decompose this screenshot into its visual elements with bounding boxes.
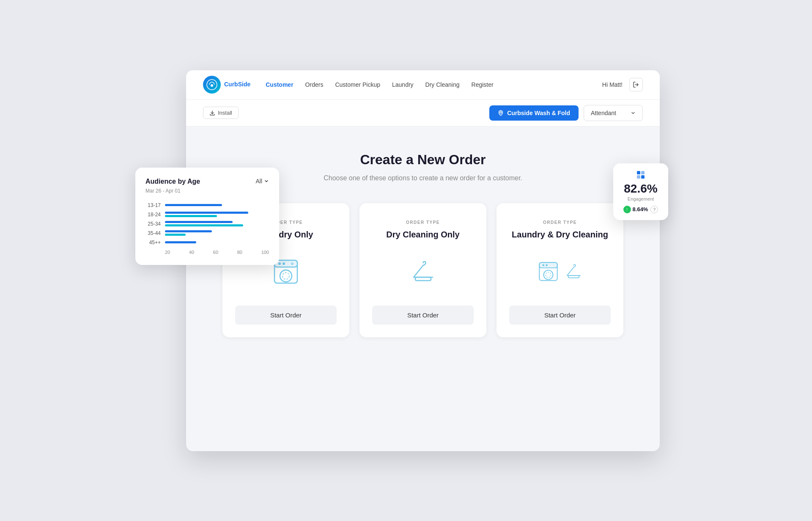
svg-rect-12 — [539, 262, 557, 268]
header-left: CurbSide Customer Orders Customer Pickup… — [203, 76, 494, 94]
main-nav: Customer Orders Customer Pickup Laundry … — [266, 81, 493, 88]
age-row-13-17: 13-17 — [145, 202, 269, 208]
start-order-button-laundry[interactable]: Start Order — [235, 306, 337, 325]
order-type-label-2: ORDER TYPE — [406, 220, 440, 225]
analytics-filter-label: All — [255, 178, 262, 185]
svg-rect-10 — [415, 277, 431, 281]
logo-text-block: CurbSide — [224, 81, 250, 88]
svg-point-8 — [283, 262, 285, 265]
svg-rect-17 — [568, 276, 579, 278]
start-order-button-dry-cleaning[interactable]: Start Order — [372, 306, 474, 325]
svg-rect-18 — [637, 171, 640, 174]
scene: CurbSide Customer Orders Customer Pickup… — [152, 70, 660, 451]
bar-blue-25-34 — [165, 221, 233, 223]
x-label-100: 100 — [261, 250, 269, 255]
age-bars: 13-17 18-24 25-34 35-44 — [145, 202, 269, 245]
nav-customer-pickup[interactable]: Customer Pickup — [335, 81, 380, 88]
logout-icon — [633, 81, 639, 88]
engagement-widget: 82.6% Engagement ↑ 8.64% ? — [613, 163, 668, 220]
bar-blue-35-44 — [165, 230, 212, 232]
age-row-18-24: 18-24 — [145, 212, 269, 218]
analytics-card: Audience by Age All Mar 26 - Apr 01 13-1… — [135, 168, 279, 265]
svg-rect-19 — [641, 171, 645, 174]
bar-cyan-18-24 — [165, 215, 217, 217]
order-type-label-3: ORDER TYPE — [543, 220, 577, 225]
dry-cleaning-icon — [409, 255, 437, 289]
svg-point-6 — [283, 273, 289, 279]
age-row-35-44: 35-44 — [145, 230, 269, 236]
order-card-title-3: Laundry & Dry Cleaning — [512, 230, 608, 240]
attendant-dropdown[interactable]: Attendant — [584, 105, 643, 121]
age-label-13-17: 13-17 — [145, 202, 161, 208]
chevron-down-icon — [631, 110, 636, 116]
location-label: Curbside Wash & Fold — [507, 110, 570, 116]
location-button[interactable]: Curbside Wash & Fold — [489, 105, 579, 121]
analytics-title: Audience by Age — [145, 178, 200, 185]
x-label-40: 40 — [189, 250, 194, 255]
svg-rect-21 — [641, 175, 645, 179]
svg-point-15 — [542, 264, 544, 266]
svg-point-5 — [280, 270, 292, 282]
analytics-filter[interactable]: All — [255, 178, 269, 185]
order-card-dry-cleaning[interactable]: ORDER TYPE Dry Cleaning Only Start Order — [359, 203, 486, 337]
svg-point-14 — [546, 272, 551, 278]
engagement-change: ↑ 8.64% ? — [620, 206, 661, 213]
sub-header-right: Curbside Wash & Fold Attendant — [489, 105, 643, 121]
x-axis: 20 40 60 80 100 — [145, 250, 269, 255]
bar-blue-13-17 — [165, 204, 222, 206]
order-card-both[interactable]: ORDER TYPE Laundry & Dry Cleaning — [497, 203, 623, 337]
svg-point-13 — [544, 270, 553, 279]
logo: CurbSide — [203, 76, 250, 94]
engagement-percent: 82.6% — [620, 183, 661, 195]
bar-blue-45plus — [165, 241, 196, 243]
nav-customer[interactable]: Customer — [266, 81, 293, 88]
sub-header: Install Curbside Wash & Fold Attendant — [186, 100, 660, 127]
install-button[interactable]: Install — [203, 107, 239, 119]
help-icon[interactable]: ? — [650, 206, 658, 213]
age-row-45plus: 45++ — [145, 240, 269, 245]
logout-button[interactable] — [629, 78, 643, 91]
up-arrow-icon: ↑ — [623, 206, 631, 213]
svg-rect-20 — [637, 175, 640, 179]
svg-point-7 — [278, 262, 281, 265]
location-icon — [498, 110, 504, 116]
filter-chevron-icon — [264, 179, 269, 184]
bar-container-25-34 — [165, 221, 269, 226]
svg-point-2 — [500, 111, 502, 113]
bar-blue-18-24 — [165, 212, 248, 214]
logo-icon — [203, 76, 221, 94]
engagement-label: Engagement — [620, 196, 661, 201]
bar-container-13-17 — [165, 204, 269, 206]
both-icon — [537, 255, 583, 289]
bar-cyan-35-44 — [165, 234, 186, 236]
nav-orders[interactable]: Orders — [305, 81, 324, 88]
age-label-35-44: 35-44 — [145, 230, 161, 236]
logo-brand: CurbSide — [224, 81, 250, 88]
age-row-25-34: 25-34 — [145, 221, 269, 227]
nav-laundry[interactable]: Laundry — [392, 81, 414, 88]
analytics-header: Audience by Age All — [145, 178, 269, 185]
download-icon — [209, 110, 215, 116]
header: CurbSide Customer Orders Customer Pickup… — [186, 70, 660, 100]
engagement-change-value: 8.64% — [633, 206, 648, 212]
start-order-button-both[interactable]: Start Order — [509, 306, 611, 325]
age-label-18-24: 18-24 — [145, 212, 161, 218]
header-right: Hi Matt! — [602, 78, 643, 91]
bar-container-45plus — [165, 241, 269, 243]
bar-cyan-25-34 — [165, 224, 243, 226]
order-card-title-2: Dry Cleaning Only — [386, 230, 459, 240]
x-label-60: 60 — [213, 250, 218, 255]
bar-container-18-24 — [165, 212, 269, 217]
svg-point-16 — [546, 264, 548, 266]
nav-dry-cleaning[interactable]: Dry Cleaning — [425, 81, 460, 88]
attendant-label: Attendant — [591, 110, 616, 116]
analytics-date: Mar 26 - Apr 01 — [145, 188, 269, 194]
svg-point-1 — [211, 84, 213, 87]
nav-register[interactable]: Register — [472, 81, 494, 88]
age-label-25-34: 25-34 — [145, 221, 161, 227]
bar-container-35-44 — [165, 230, 269, 236]
grid-icon — [620, 170, 661, 179]
install-label: Install — [218, 110, 232, 116]
page-title: Create a New Order — [203, 152, 643, 168]
greeting-text: Hi Matt! — [602, 81, 623, 88]
